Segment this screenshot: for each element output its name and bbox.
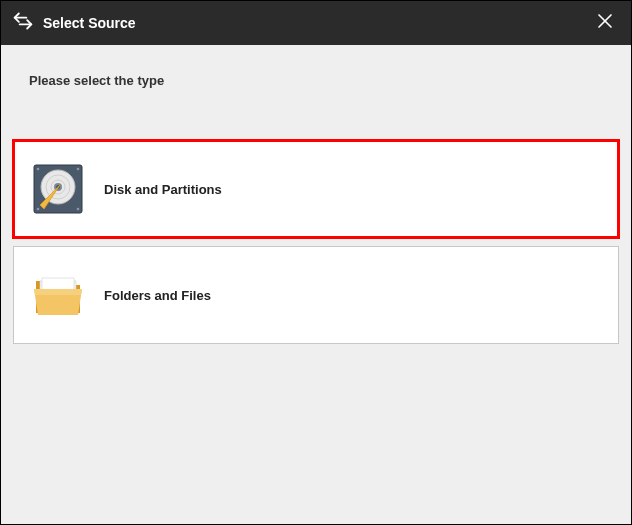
svg-point-11: [37, 208, 40, 211]
option-disk-and-partitions[interactable]: Disk and Partitions: [13, 140, 619, 238]
folder-icon: [30, 267, 86, 323]
prompt-text: Please select the type: [13, 73, 619, 88]
titlebar-left: Select Source: [13, 11, 136, 35]
close-icon: [596, 12, 614, 34]
close-button[interactable]: [591, 9, 619, 37]
dialog-title: Select Source: [43, 15, 136, 31]
swap-icon: [13, 11, 33, 35]
option-label: Disk and Partitions: [104, 182, 222, 197]
option-label: Folders and Files: [104, 288, 211, 303]
option-folders-and-files[interactable]: Folders and Files: [13, 246, 619, 344]
select-source-dialog: Select Source Please select the type: [0, 0, 632, 525]
svg-point-10: [77, 168, 80, 171]
svg-point-9: [37, 168, 40, 171]
svg-point-12: [77, 208, 80, 211]
disk-icon: [30, 161, 86, 217]
svg-rect-14: [42, 278, 74, 290]
titlebar: Select Source: [1, 1, 631, 45]
dialog-content: Please select the type D: [1, 45, 631, 524]
